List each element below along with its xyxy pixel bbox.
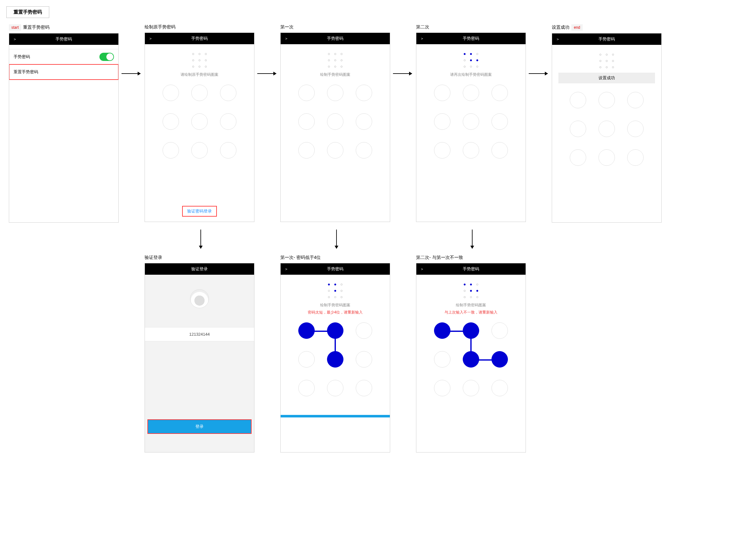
mini-pattern-preview bbox=[327, 282, 344, 299]
flow-board: start 重置手势密码 ＞ 手势密码 手势密码 重置手势密码 绘制原手势密码 … bbox=[6, 24, 750, 551]
app-header: ＞ 手势密码 bbox=[281, 263, 390, 275]
screen-label: 验证登录 bbox=[145, 255, 254, 260]
password-input[interactable]: 121324144 bbox=[145, 327, 254, 341]
partial-overlay bbox=[281, 415, 390, 418]
hint-text: 请再次绘制手势密码图案 bbox=[416, 72, 526, 77]
screen-label: 绘制原手势密码 bbox=[145, 24, 254, 30]
hint-text: 请绘制原手势密码图案 bbox=[145, 72, 254, 77]
screen-success: ＞ 手势密码 设置成功 bbox=[552, 33, 662, 222]
app-header: ＞ 手势密码 bbox=[552, 33, 661, 45]
error-text: 与上次输入不一致，请重新输入 bbox=[416, 310, 526, 315]
mini-pattern-preview bbox=[462, 282, 479, 299]
screen-label: 第一次- 密码低于4位 bbox=[280, 255, 390, 260]
pattern-grid[interactable] bbox=[294, 318, 376, 400]
mini-pattern-preview bbox=[191, 52, 208, 69]
arrow-s2-s6 bbox=[200, 229, 201, 248]
pattern-grid[interactable] bbox=[430, 80, 512, 163]
screen-label: 第一次 bbox=[280, 24, 390, 30]
screen-title: 重置手势密码 bbox=[23, 25, 50, 30]
screen-first-draw: ＞ 手势密码 绘制手势密码图案 bbox=[280, 33, 390, 222]
screen-error-short: ＞ 手势密码 绘制手势密码图案 密码太短，最少4位，请重新输入 bbox=[280, 263, 390, 453]
header-title: 手势密码 bbox=[463, 36, 479, 41]
pattern-grid[interactable] bbox=[294, 80, 376, 163]
arrow-s2-s3 bbox=[257, 73, 276, 74]
app-header: 验证登录 bbox=[145, 263, 254, 275]
pattern-grid[interactable] bbox=[158, 80, 241, 163]
screen-label: 第二次- 与第一次不一致 bbox=[416, 255, 526, 260]
screen-title: 第二次- 与第一次不一致 bbox=[416, 255, 463, 260]
header-title: 手势密码 bbox=[598, 36, 615, 42]
screen-second-draw: ＞ 手势密码 请再次绘制手势密码图案 bbox=[416, 33, 526, 222]
end-tag: end bbox=[571, 24, 583, 31]
app-header: ＞ 手势密码 bbox=[416, 33, 526, 44]
header-title: 手势密码 bbox=[463, 266, 479, 272]
app-header: ＞ 手势密码 bbox=[9, 33, 118, 45]
header-title: 验证登录 bbox=[191, 266, 208, 272]
error-text: 密码太短，最少4位，请重新输入 bbox=[281, 310, 390, 315]
header-title: 手势密码 bbox=[327, 266, 343, 272]
screen-title: 第二次 bbox=[416, 24, 429, 30]
success-banner: 设置成功 bbox=[558, 73, 655, 83]
app-header: ＞ 手势密码 bbox=[281, 33, 390, 44]
back-icon[interactable]: ＞ bbox=[420, 36, 424, 41]
app-header: ＞ 手势密码 bbox=[416, 263, 526, 275]
start-tag: start bbox=[9, 24, 21, 31]
row-toggle-gesture[interactable]: 手势密码 bbox=[9, 49, 118, 64]
toggle-switch-icon[interactable] bbox=[99, 53, 114, 61]
row-label: 重置手势密码 bbox=[14, 69, 38, 75]
screen-title: 绘制原手势密码 bbox=[145, 24, 176, 30]
pattern-grid[interactable] bbox=[430, 318, 512, 400]
row-label: 手势密码 bbox=[14, 54, 30, 60]
arrow-s3-s7 bbox=[336, 229, 337, 248]
login-button[interactable]: 登录 bbox=[148, 420, 251, 433]
screen-reset-entry: ＞ 手势密码 手势密码 重置手势密码 bbox=[9, 33, 119, 222]
mini-pattern-preview bbox=[598, 52, 615, 69]
header-title: 手势密码 bbox=[191, 36, 208, 41]
back-icon[interactable]: ＞ bbox=[13, 37, 17, 42]
back-icon[interactable]: ＞ bbox=[149, 36, 152, 41]
back-icon[interactable]: ＞ bbox=[556, 37, 560, 42]
screen-title: 第一次 bbox=[280, 24, 294, 30]
screen-draw-original: ＞ 手势密码 请绘制原手势密码图案 验证密码登录 bbox=[145, 33, 254, 222]
screen-label: 设置成功 end bbox=[552, 24, 662, 31]
screen-error-mismatch: ＞ 手势密码 绘制手势密码图案 与上次输入不一致，请重新输入 bbox=[416, 263, 526, 453]
arrow-s4-s8 bbox=[472, 229, 473, 248]
back-icon[interactable]: ＞ bbox=[284, 36, 288, 41]
header-title: 手势密码 bbox=[56, 36, 72, 42]
arrow-s1-s2 bbox=[122, 73, 140, 74]
arrow-s4-s5 bbox=[529, 73, 548, 74]
verify-password-link[interactable]: 验证密码登录 bbox=[183, 206, 216, 216]
hint-text: 绘制手势密码图案 bbox=[416, 303, 526, 308]
screen-label: 第二次 bbox=[416, 24, 526, 30]
app-header: ＞ 手势密码 bbox=[145, 33, 254, 44]
doc-title: 重置手势密码 bbox=[6, 6, 49, 18]
row-reset-gesture[interactable]: 重置手势密码 bbox=[9, 64, 118, 80]
arrow-s3-s4 bbox=[393, 73, 412, 74]
screen-verify-login: 验证登录 121324144 登录 bbox=[145, 263, 254, 453]
back-icon[interactable]: ＞ bbox=[420, 266, 424, 272]
hint-text: 绘制手势密码图案 bbox=[281, 72, 390, 77]
screen-title: 第一次- 密码低于4位 bbox=[280, 255, 321, 260]
hint-text: 绘制手势密码图案 bbox=[281, 303, 390, 308]
screen-title: 设置成功 bbox=[552, 25, 569, 30]
avatar-icon bbox=[190, 289, 209, 308]
mini-pattern-preview bbox=[462, 52, 479, 69]
pattern-grid[interactable] bbox=[566, 88, 648, 170]
header-title: 手势密码 bbox=[327, 36, 343, 41]
back-icon[interactable]: ＞ bbox=[284, 266, 288, 272]
mini-pattern-preview bbox=[327, 52, 344, 69]
screen-title: 验证登录 bbox=[145, 255, 162, 260]
screen-label: start 重置手势密码 bbox=[9, 24, 119, 31]
